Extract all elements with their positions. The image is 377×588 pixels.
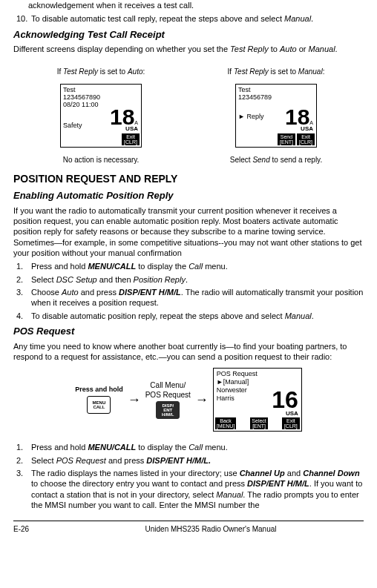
t: If [57, 67, 63, 76]
t: . [311, 14, 313, 23]
t: To disable automatic test call reply, re… [31, 14, 284, 23]
t: Choose [31, 288, 62, 297]
pos-sub2: POS Request [13, 326, 364, 338]
t: DSC Setup [56, 275, 97, 284]
lcd-channel: 18A USA [285, 108, 313, 133]
pos-sub1: Enabling Automatic Position Reply [13, 190, 364, 202]
lcd-row: ►[Manual] [217, 378, 298, 386]
t: Press and hold [31, 262, 88, 271]
screen-auto: If Test Reply is set to Auto: Test 12345… [27, 67, 175, 165]
t: DISP/ ENT H/M/L [162, 403, 174, 417]
t: . [186, 275, 188, 284]
t: Select POS Request and press DISP/ENT H/… [31, 455, 364, 466]
ch: 16 [272, 391, 298, 410]
t: to choose the directory entry you want t… [31, 479, 247, 488]
t: menu. [203, 443, 228, 452]
t: Exit [298, 134, 313, 139]
exit-button[interactable]: Exit [CLR] [297, 133, 315, 145]
t: and press [106, 456, 146, 465]
t: MENU CALL [93, 400, 106, 409]
t: The radio displays the names listed in y… [31, 469, 240, 478]
step-num: 10. [13, 13, 31, 24]
ch-a: A [134, 120, 138, 125]
n: 3. [13, 287, 31, 308]
t: Exit [283, 418, 298, 423]
t: Select [230, 156, 253, 164]
back-button[interactable]: Back [MENU] [215, 417, 237, 429]
lcd-reply: ► Reply [238, 113, 263, 122]
n: 1. [13, 261, 31, 271]
pos-heading: POSITION REQUEST AND REPLY [13, 172, 364, 185]
exit-button[interactable]: Exit [CLR] [122, 133, 140, 145]
send-button[interactable]: Send [ENT] [278, 133, 295, 145]
t: Different screens display depending on w… [13, 44, 230, 53]
t: Select DSC Setup and then Position Reply… [31, 274, 364, 285]
t: Test Reply [63, 67, 98, 76]
t: . [335, 44, 338, 53]
ack-heading: Acknowledging Test Call Receipt [13, 29, 364, 42]
t: The radio displays the names listed in y… [31, 468, 364, 510]
lcd-line: 1234567890 [63, 93, 139, 101]
intro-list: 10. To disable automatic test call reply… [13, 13, 364, 24]
t: Channel Down [303, 469, 359, 478]
ack-trailing-line: acknowledgement when it receives a test … [28, 0, 364, 10]
t: MENU/CALL [88, 262, 136, 271]
t: to [269, 44, 280, 53]
ch-a: A [309, 120, 313, 125]
t: Exit [123, 134, 138, 139]
n: 2. [13, 274, 31, 285]
lcd-auto: Test 1234567890 08/20 11:00 Safety 18A U… [60, 84, 142, 148]
lcd-manual: Test 123456789 ► Reply 18A USA Send [ENT… [235, 84, 317, 148]
t: DISP/ENT H/M/L [247, 479, 309, 488]
t: [MENU] [217, 423, 235, 429]
t: Call [188, 443, 203, 452]
t: Manual [285, 311, 312, 320]
lcd-pos-request: POS Request ►[Manual] Norwester Harris 1… [213, 368, 302, 432]
t: [CLR] [283, 423, 298, 429]
t: Choose Auto and press DISP/ENT H/M/L. Th… [31, 287, 364, 308]
t: to display the [136, 262, 188, 271]
t: to display the [136, 443, 188, 452]
page-number: E-26 [13, 524, 58, 534]
pos-steps-a: 1. Press and hold MENU/CALL to display t… [13, 261, 364, 320]
t: To disable automatic position reply, rep… [31, 311, 364, 321]
pos-para: If you want the radio to automatically t… [13, 205, 364, 258]
hold-label: Press and hold [75, 386, 123, 394]
t: Auto [280, 44, 297, 53]
t: Position Reply [134, 275, 186, 284]
page-footer: E-26 Uniden MHS235 Radio Owner's Manual [13, 521, 364, 534]
t: : [323, 67, 325, 76]
t: Press and hold MENU/CALL to display the … [31, 261, 364, 271]
t: MENU/CALL [88, 443, 136, 452]
lcd-channel: 16 USA [272, 391, 298, 417]
t: [CLR] [123, 139, 138, 145]
pos-para2: Any time you need to know where another … [13, 341, 364, 363]
menu-call-key[interactable]: MENU CALL [87, 396, 111, 414]
t: Send [279, 134, 294, 139]
pos-steps-b: 1. Press and hold MENU/CALL to display t… [13, 442, 364, 510]
t: Select [252, 418, 266, 423]
n: 2. [13, 455, 31, 466]
t: Press and hold MENU/CALL to display the … [31, 442, 364, 452]
t: Select [31, 456, 56, 465]
n: 1. [13, 442, 31, 452]
t: is set to [269, 67, 298, 76]
ack-body: Different screens display depending on w… [13, 44, 364, 54]
lcd-title: POS Request [217, 370, 298, 378]
select-button[interactable]: Select [ENT] [250, 417, 268, 429]
disp-ent-key[interactable]: DISP/ ENT H/M/L [156, 401, 180, 419]
t: Manual [284, 14, 311, 23]
caption-manual-top: If Test Reply is set to Manual: [202, 67, 350, 76]
lcd-line: Test [238, 86, 314, 93]
n: 4. [13, 311, 31, 321]
t: Auto [128, 67, 143, 76]
t: Select [31, 275, 56, 284]
t: If [228, 67, 234, 76]
t: is set to [98, 67, 128, 76]
exit-button[interactable]: Exit [CLR] [282, 417, 300, 429]
t: Press and hold [31, 443, 88, 452]
t: Channel Up [240, 469, 285, 478]
lcd-channel: 18A USA [110, 108, 138, 133]
t: DISP/ENT H/M/L. [146, 456, 211, 465]
screen-manual: If Test Reply is set to Manual: Test 123… [202, 67, 350, 165]
